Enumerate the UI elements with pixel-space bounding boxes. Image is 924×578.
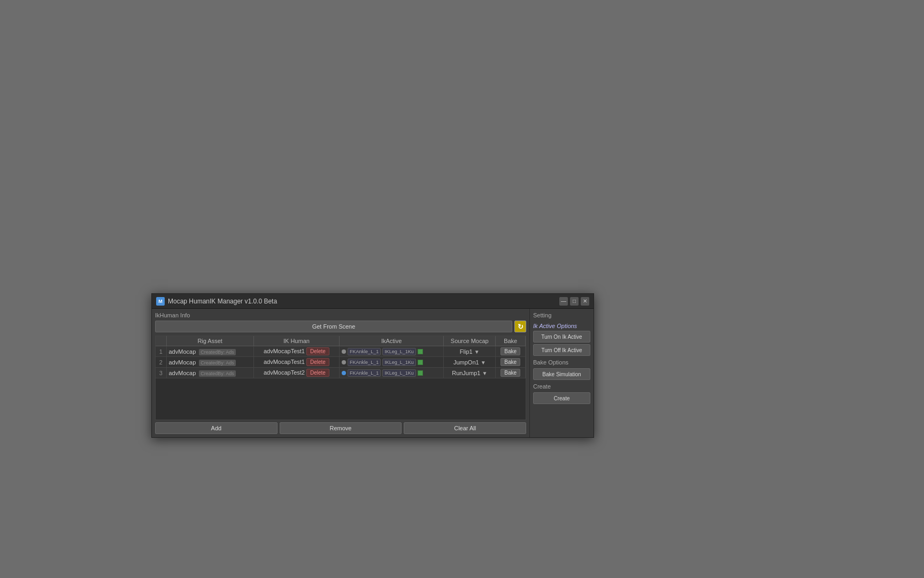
ik-active-options-label: Ik Active Options [533,323,590,329]
col-bake: Bake [496,336,526,346]
created-by-badge: CreatedBy: Ads [199,360,236,366]
bake-cell: Bake [496,357,526,368]
ik-human-cell: advMocapTest1 Delete [253,357,339,368]
ik-tag-1: FKAnkle_L_1 [348,369,381,377]
bake-options-section: Bake Options Bake Simulation [533,359,590,380]
create-label: Create [533,383,590,390]
status-dot [342,360,346,364]
create-section: Create Create [533,383,590,404]
bake-simulation-button[interactable]: Bake Simulation [533,368,590,380]
rig-asset-cell: advMocap CreatedBy: Ads [166,368,253,378]
clear-all-button[interactable]: Clear All [404,422,526,434]
rig-asset-name: advMocap [169,370,196,376]
bake-row-button[interactable]: Bake [500,369,520,377]
bottom-buttons: Add Remove Clear All [155,422,526,434]
dialog-window: M Mocap HumanIK Manager v1.0.0 Beta — □ … [151,293,594,438]
table-container: Rig Asset IK Human IkActive Source Mocap… [155,336,526,420]
row-number: 3 [156,368,166,378]
table-row: 1advMocap CreatedBy: AdsadvMocapTest1 De… [156,346,526,357]
dialog-body: IkHuman Info Get From Scene ↻ Rig Asset … [152,309,594,437]
source-mocap-name: RunJump1 [452,370,480,376]
rig-asset-name: advMocap [169,359,196,366]
rig-asset-name: advMocap [169,348,196,355]
turn-off-ik-active-button[interactable]: Turn Off Ik Active [533,344,590,356]
ik-human-name: advMocapTest2 [264,369,305,376]
ik-table: Rig Asset IK Human IkActive Source Mocap… [156,336,526,378]
col-source-mocap: Source Mocap [444,336,496,346]
source-mocap-cell: RunJump1 ▼ [444,368,496,378]
rig-asset-cell: advMocap CreatedBy: Ads [166,346,253,357]
source-mocap-cell: Flip1 ▼ [444,346,496,357]
ik-human-cell: advMocapTest2 Delete [253,368,339,378]
get-from-scene-row: Get From Scene ↻ [155,321,526,332]
ik-human-cell: advMocapTest1 Delete [253,346,339,357]
ik-tag-2: IKLeg_L_1Ku [382,369,416,377]
ik-tag-2: IKLeg_L_1Ku [382,348,416,355]
status-dot [342,371,346,375]
ik-tag-1: FKAnkle_L_1 [348,348,381,355]
title-bar-buttons: — □ ✕ [559,297,589,306]
section-label: IkHuman Info [155,312,526,318]
col-rig-asset: Rig Asset [166,336,253,346]
bake-options-label: Bake Options [533,359,590,366]
delete-button[interactable]: Delete [306,369,329,377]
bake-row-button[interactable]: Bake [500,347,520,355]
get-from-scene-button[interactable]: Get From Scene [155,321,512,332]
create-button[interactable]: Create [533,392,590,404]
title-bar: M Mocap HumanIK Manager v1.0.0 Beta — □ … [152,294,594,309]
restore-button[interactable]: □ [570,297,579,306]
col-ik-human: IK Human [253,336,339,346]
minimize-button[interactable]: — [559,297,568,306]
setting-label: Setting [533,312,590,318]
source-mocap-name: JumpOn1 [453,359,479,366]
col-ik-active: IkActive [340,336,444,346]
right-panel: Setting Ik Active Options Turn On Ik Act… [529,309,594,437]
green-indicator [418,360,423,365]
remove-button[interactable]: Remove [280,422,402,434]
dropdown-arrow-icon[interactable]: ▼ [482,370,487,376]
ik-active-options-section: Ik Active Options Turn On Ik Active Turn… [533,323,590,356]
green-indicator [418,349,423,354]
bake-cell: Bake [496,368,526,378]
col-num [156,336,166,346]
table-row: 3advMocap CreatedBy: AdsadvMocapTest2 De… [156,368,526,378]
ik-active-cell: FKAnkle_L_1 IKLeg_L_1Ku [340,346,444,357]
ik-tag-2: IKLeg_L_1Ku [382,359,416,366]
row-number: 2 [156,357,166,368]
row-number: 1 [156,346,166,357]
delete-button[interactable]: Delete [306,358,329,366]
status-dot [342,349,346,354]
ik-active-cell: FKAnkle_L_1 IKLeg_L_1Ku [340,357,444,368]
add-button[interactable]: Add [155,422,278,434]
turn-on-ik-active-button[interactable]: Turn On Ik Active [533,331,590,343]
bake-cell: Bake [496,346,526,357]
dropdown-arrow-icon[interactable]: ▼ [481,360,486,366]
delete-button[interactable]: Delete [306,347,329,355]
left-panel: IkHuman Info Get From Scene ↻ Rig Asset … [152,309,529,437]
created-by-badge: CreatedBy: Ads [199,349,236,355]
app-icon: M [156,297,165,306]
source-mocap-name: Flip1 [460,348,473,355]
refresh-button[interactable]: ↻ [514,321,526,332]
created-by-badge: CreatedBy: Ads [199,370,236,377]
green-indicator [418,370,423,376]
ik-human-name: advMocapTest1 [264,359,305,365]
rig-asset-cell: advMocap CreatedBy: Ads [166,357,253,368]
dropdown-arrow-icon[interactable]: ▼ [474,349,480,355]
ik-human-name: advMocapTest1 [264,348,305,354]
source-mocap-cell: JumpOn1 ▼ [444,357,496,368]
bake-row-button[interactable]: Bake [500,358,520,366]
close-button[interactable]: ✕ [581,297,589,306]
table-row: 2advMocap CreatedBy: AdsadvMocapTest1 De… [156,357,526,368]
ik-active-cell: FKAnkle_L_1 IKLeg_L_1Ku [340,368,444,378]
ik-tag-1: FKAnkle_L_1 [348,359,381,366]
viewport [0,0,924,578]
dialog-title: Mocap HumanIK Manager v1.0.0 Beta [168,298,559,305]
table-header-row: Rig Asset IK Human IkActive Source Mocap… [156,336,526,346]
